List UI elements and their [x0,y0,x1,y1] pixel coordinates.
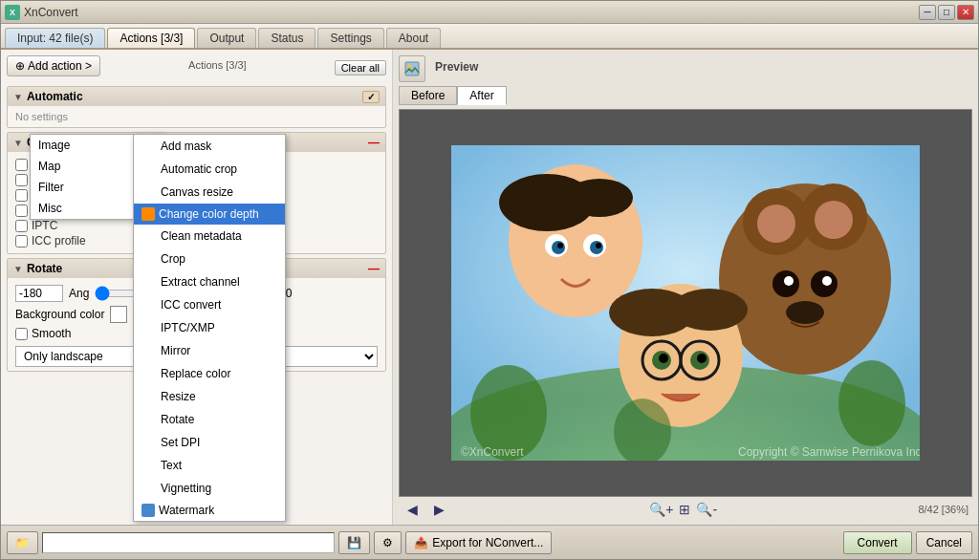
submenu-item-replace-color[interactable]: Replace color [134,362,285,385]
title-bar-left: X XnConvert [5,5,78,20]
checkbox-iptc-input[interactable] [15,220,28,232]
maximize-button[interactable]: □ [938,5,955,20]
svg-point-25 [671,289,748,331]
preview-tabs: Before After [399,86,972,105]
auto-crop-icon [141,162,157,177]
submenu-item-auto-crop[interactable]: Automatic crop [134,158,285,181]
path-input[interactable] [42,532,335,553]
title-buttons: ─ □ ✕ [919,5,974,20]
tabs-bar: Input: 42 file(s) Actions [3/3] Output S… [1,24,978,50]
fit-button[interactable]: ⊞ [679,502,690,517]
submenu-item-clean-metadata[interactable]: Clean metadata [134,225,285,248]
smooth-checkbox[interactable] [15,328,28,340]
section-automatic-header[interactable]: ▼ Automatic ✓ [8,87,385,106]
rotate-value-input[interactable] [15,285,63,302]
export-icon: 📤 [414,536,428,549]
rotate-angle-label: Ang [69,287,89,300]
preview-label: Preview [435,60,478,74]
svg-point-31 [659,354,668,363]
submenu-item-watermark[interactable]: Watermark [134,500,285,521]
svg-point-1 [407,64,411,68]
zoom-out-button[interactable]: 🔍- [696,502,717,517]
submenu-item-icc-convert[interactable]: ICC convert [134,293,285,316]
svg-point-20 [784,276,794,286]
tab-output[interactable]: Output [197,28,256,48]
checkbox-icc-profile-input[interactable] [15,235,28,248]
svg-point-12 [596,243,601,248]
save-button[interactable]: 💾 [338,531,370,554]
submenu-item-crop[interactable]: Crop [134,248,285,270]
convert-button[interactable]: Convert [843,531,912,554]
export-button[interactable]: 📤 Export for NConvert... [405,531,552,554]
clean-metadata-icon [141,228,157,244]
tab-actions[interactable]: Actions [3/3] [107,28,195,48]
submenu-item-vignetting[interactable]: Vignetting [134,477,285,500]
tab-about[interactable]: About [386,28,441,48]
bg-color-picker[interactable] [110,306,127,323]
submenu-item-mirror[interactable]: Mirror [134,339,285,362]
change-color-depth-icon [141,207,155,221]
svg-point-21 [822,276,832,286]
left-panel: ⊕ Add action > Actions [3/3] Clear all ▼… [1,50,393,525]
page-info: 8/42 [36%] [918,504,968,515]
vignetting-icon [141,481,157,496]
svg-point-6 [566,179,633,217]
iptc-xmp-icon [141,320,157,335]
resize-icon [141,389,157,404]
section-automatic-content: No settings [8,106,385,127]
cancel-button[interactable]: Cancel [916,531,972,554]
window-title: XnConvert [24,6,78,19]
options-button[interactable]: ⚙ [374,531,402,554]
open-folder-button[interactable]: 📁 [7,531,38,554]
checkbox-exif-input[interactable] [15,174,28,186]
add-action-button[interactable]: ⊕ Add action > [7,55,100,76]
tab-status[interactable]: Status [258,28,315,48]
remove-section-metadata[interactable]: — [368,136,380,149]
submenu-item-rotate[interactable]: Rotate [134,408,285,431]
actions-label: Actions [3/3] [188,59,247,71]
preview-tab-after[interactable]: After [457,86,506,105]
remove-section-rotate[interactable]: — [368,262,380,275]
replace-color-icon [141,366,157,381]
submenu-item-add-mask[interactable]: Add mask [134,135,285,158]
submenu-item-extract-channel[interactable]: Extract channel [134,270,285,293]
submenu-item-text[interactable]: Text [134,454,285,477]
close-button[interactable]: ✕ [957,5,974,20]
icc-convert-icon [141,297,157,312]
svg-text:Copyright © Samwise Pernikova : Copyright © Samwise Pernikova Inc, paint… [738,445,920,459]
watermark-icon [141,504,155,517]
tab-input[interactable]: Input: 42 file(s) [5,28,105,48]
submenu-item-set-dpi[interactable]: Set DPI [134,431,285,454]
preview-icon[interactable] [399,55,425,82]
svg-rect-0 [405,62,419,75]
mirror-icon [141,343,157,358]
tab-settings[interactable]: Settings [317,28,383,48]
clear-all-button[interactable]: Clear all [335,60,386,75]
bg-color-label: Background color [15,308,104,321]
submenu-item-change-color-depth[interactable]: Change color depth [134,204,285,225]
rotate-icon [141,412,157,427]
preview-tab-before[interactable]: Before [399,86,457,105]
svg-point-17 [815,201,853,239]
app-icon: X [5,5,20,20]
title-bar: X XnConvert ─ □ ✕ [1,1,978,24]
submenu-item-canvas-resize[interactable]: Canvas resize [134,181,285,204]
submenu-item-iptc-xmp[interactable]: IPTC/XMP [134,316,285,339]
collapse-arrow-rotate: ▼ [13,264,23,274]
zoom-controls: 🔍+ ⊞ 🔍- [649,502,717,517]
minimize-button[interactable]: ─ [919,5,936,20]
checkbox-exif-thumbnail-input[interactable] [15,205,28,217]
checkbox-comment-input[interactable] [15,159,28,171]
svg-point-22 [786,301,824,324]
preview-svg: ©XnConvert Copyright © Samwise Pernikova… [451,145,920,461]
checkbox-xmp-input[interactable] [15,189,28,202]
next-image-button[interactable]: ▶ [429,500,448,519]
prev-image-button[interactable]: ◀ [402,500,422,519]
add-icon: ⊕ [15,59,25,73]
bottom-bar: 📁 💾 ⚙ 📤 Export for NConvert... Convert C… [1,525,978,559]
text-icon [141,458,157,473]
svg-point-16 [757,205,795,243]
submenu-item-resize[interactable]: Resize [134,385,285,408]
zoom-in-button[interactable]: 🔍+ [649,502,673,517]
add-mask-icon [141,139,157,154]
